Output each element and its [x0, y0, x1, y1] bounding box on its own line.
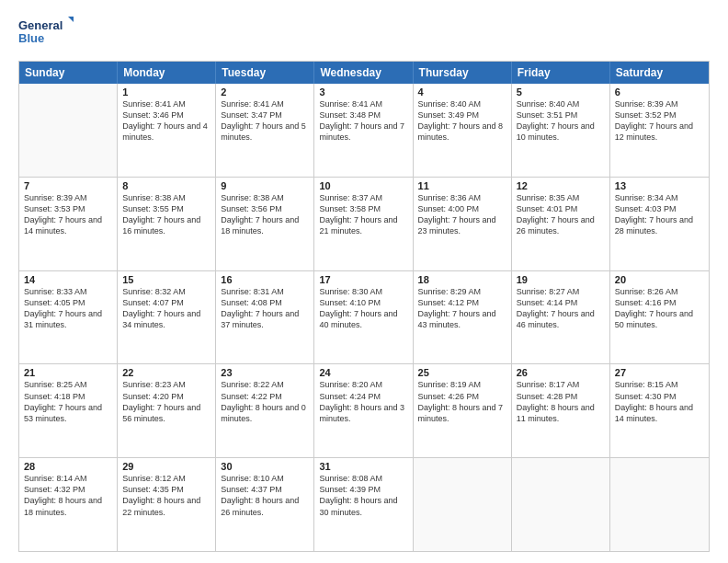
cell-info: Sunrise: 8:30 AMSunset: 4:10 PMDaylight:…: [319, 286, 407, 331]
logo-svg: General Blue: [18, 15, 74, 53]
cell-info: Sunrise: 8:41 AMSunset: 3:47 PMDaylight:…: [221, 98, 309, 144]
day-number: 31: [319, 461, 407, 472]
day-cell-15: 15Sunrise: 8:32 AMSunset: 4:07 PMDayligh…: [118, 271, 216, 364]
empty-cell-4-6: [610, 458, 709, 551]
calendar-header: SundayMondayTuesdayWednesdayThursdayFrid…: [19, 62, 709, 84]
cell-info: Sunrise: 8:25 AMSunset: 4:18 PMDaylight:…: [24, 379, 112, 424]
day-cell-11: 11Sunrise: 8:36 AMSunset: 4:00 PMDayligh…: [414, 178, 512, 270]
cell-info: Sunrise: 8:12 AMSunset: 4:35 PMDaylight:…: [122, 473, 210, 518]
cell-info: Sunrise: 8:17 AMSunset: 4:28 PMDaylight:…: [517, 379, 605, 424]
day-number: 30: [221, 461, 309, 472]
day-cell-4: 4Sunrise: 8:40 AMSunset: 3:49 PMDaylight…: [414, 84, 512, 177]
empty-cell-4-4: [414, 458, 512, 551]
day-number: 20: [615, 274, 704, 285]
day-cell-6: 6Sunrise: 8:39 AMSunset: 3:52 PMDaylight…: [610, 84, 709, 177]
day-cell-12: 12Sunrise: 8:35 AMSunset: 4:01 PMDayligh…: [512, 178, 610, 270]
cell-info: Sunrise: 8:39 AMSunset: 3:53 PMDaylight:…: [24, 192, 112, 237]
day-cell-16: 16Sunrise: 8:31 AMSunset: 4:08 PMDayligh…: [216, 271, 314, 364]
calendar-row-3: 21Sunrise: 8:25 AMSunset: 4:18 PMDayligh…: [19, 363, 709, 457]
day-cell-17: 17Sunrise: 8:30 AMSunset: 4:10 PMDayligh…: [314, 271, 413, 364]
cell-info: Sunrise: 8:08 AMSunset: 4:39 PMDaylight:…: [319, 473, 407, 518]
day-cell-8: 8Sunrise: 8:38 AMSunset: 3:55 PMDaylight…: [118, 178, 216, 270]
day-cell-9: 9Sunrise: 8:38 AMSunset: 3:56 PMDaylight…: [216, 178, 314, 270]
day-number: 7: [24, 180, 112, 191]
cell-info: Sunrise: 8:40 AMSunset: 3:51 PMDaylight:…: [517, 98, 605, 144]
header-day-wednesday: Wednesday: [314, 62, 413, 84]
day-cell-23: 23Sunrise: 8:22 AMSunset: 4:22 PMDayligh…: [216, 364, 314, 457]
cell-info: Sunrise: 8:41 AMSunset: 3:46 PMDaylight:…: [122, 98, 210, 144]
svg-marker-1: [68, 17, 74, 24]
cell-info: Sunrise: 8:41 AMSunset: 3:48 PMDaylight:…: [319, 98, 407, 144]
day-number: 12: [517, 180, 605, 191]
cell-info: Sunrise: 8:38 AMSunset: 3:56 PMDaylight:…: [221, 192, 309, 237]
cell-info: Sunrise: 8:23 AMSunset: 4:20 PMDaylight:…: [122, 379, 210, 424]
day-number: 10: [319, 180, 407, 191]
day-number: 24: [319, 367, 407, 378]
day-cell-5: 5Sunrise: 8:40 AMSunset: 3:51 PMDaylight…: [512, 84, 610, 177]
cell-info: Sunrise: 8:15 AMSunset: 4:30 PMDaylight:…: [615, 379, 704, 424]
day-cell-25: 25Sunrise: 8:19 AMSunset: 4:26 PMDayligh…: [414, 364, 512, 457]
day-number: 11: [418, 180, 506, 191]
day-cell-1: 1Sunrise: 8:41 AMSunset: 3:46 PMDaylight…: [118, 84, 216, 177]
day-number: 8: [122, 180, 210, 191]
day-cell-13: 13Sunrise: 8:34 AMSunset: 4:03 PMDayligh…: [610, 178, 709, 270]
cell-info: Sunrise: 8:27 AMSunset: 4:14 PMDaylight:…: [517, 286, 605, 331]
day-number: 4: [418, 86, 506, 98]
day-number: 2: [221, 86, 309, 98]
cell-info: Sunrise: 8:39 AMSunset: 3:52 PMDaylight:…: [615, 98, 704, 144]
day-number: 6: [615, 86, 704, 98]
cell-info: Sunrise: 8:20 AMSunset: 4:24 PMDaylight:…: [319, 379, 407, 424]
header-day-monday: Monday: [118, 62, 216, 84]
calendar-row-2: 14Sunrise: 8:33 AMSunset: 4:05 PMDayligh…: [19, 270, 709, 364]
day-cell-10: 10Sunrise: 8:37 AMSunset: 3:58 PMDayligh…: [314, 178, 413, 270]
day-number: 1: [122, 86, 210, 98]
empty-cell-4-5: [512, 458, 610, 551]
day-number: 18: [418, 274, 506, 285]
day-cell-14: 14Sunrise: 8:33 AMSunset: 4:05 PMDayligh…: [19, 271, 118, 364]
day-cell-28: 28Sunrise: 8:14 AMSunset: 4:32 PMDayligh…: [19, 458, 118, 551]
day-cell-3: 3Sunrise: 8:41 AMSunset: 3:48 PMDaylight…: [314, 84, 413, 177]
cell-info: Sunrise: 8:35 AMSunset: 4:01 PMDaylight:…: [517, 192, 605, 237]
day-cell-19: 19Sunrise: 8:27 AMSunset: 4:14 PMDayligh…: [512, 271, 610, 364]
cell-info: Sunrise: 8:29 AMSunset: 4:12 PMDaylight:…: [418, 286, 506, 331]
day-number: 16: [221, 274, 309, 285]
day-cell-24: 24Sunrise: 8:20 AMSunset: 4:24 PMDayligh…: [314, 364, 413, 457]
header-day-friday: Friday: [512, 62, 610, 84]
calendar-row-4: 28Sunrise: 8:14 AMSunset: 4:32 PMDayligh…: [19, 457, 709, 551]
header-day-saturday: Saturday: [610, 62, 709, 84]
day-number: 5: [517, 86, 605, 98]
calendar-row-1: 7Sunrise: 8:39 AMSunset: 3:53 PMDaylight…: [19, 177, 709, 270]
svg-text:Blue: Blue: [18, 31, 44, 45]
day-cell-22: 22Sunrise: 8:23 AMSunset: 4:20 PMDayligh…: [118, 364, 216, 457]
calendar: SundayMondayTuesdayWednesdayThursdayFrid…: [18, 61, 710, 552]
day-cell-30: 30Sunrise: 8:10 AMSunset: 4:37 PMDayligh…: [216, 458, 314, 551]
day-number: 15: [122, 274, 210, 285]
cell-info: Sunrise: 8:34 AMSunset: 4:03 PMDaylight:…: [615, 192, 704, 237]
day-number: 27: [615, 367, 704, 378]
day-cell-20: 20Sunrise: 8:26 AMSunset: 4:16 PMDayligh…: [610, 271, 709, 364]
day-cell-31: 31Sunrise: 8:08 AMSunset: 4:39 PMDayligh…: [314, 458, 413, 551]
cell-info: Sunrise: 8:37 AMSunset: 3:58 PMDaylight:…: [319, 192, 407, 237]
day-number: 26: [517, 367, 605, 378]
cell-info: Sunrise: 8:38 AMSunset: 3:55 PMDaylight:…: [122, 192, 210, 237]
day-cell-18: 18Sunrise: 8:29 AMSunset: 4:12 PMDayligh…: [414, 271, 512, 364]
day-number: 14: [24, 274, 112, 285]
day-cell-29: 29Sunrise: 8:12 AMSunset: 4:35 PMDayligh…: [118, 458, 216, 551]
cell-info: Sunrise: 8:32 AMSunset: 4:07 PMDaylight:…: [122, 286, 210, 331]
day-number: 28: [24, 461, 112, 472]
day-cell-7: 7Sunrise: 8:39 AMSunset: 3:53 PMDaylight…: [19, 178, 118, 270]
cell-info: Sunrise: 8:33 AMSunset: 4:05 PMDaylight:…: [24, 286, 112, 331]
day-cell-26: 26Sunrise: 8:17 AMSunset: 4:28 PMDayligh…: [512, 364, 610, 457]
day-number: 29: [122, 461, 210, 472]
day-number: 25: [418, 367, 506, 378]
cell-info: Sunrise: 8:31 AMSunset: 4:08 PMDaylight:…: [221, 286, 309, 331]
page-header: General Blue: [18, 15, 710, 53]
cell-info: Sunrise: 8:10 AMSunset: 4:37 PMDaylight:…: [221, 473, 309, 518]
cell-info: Sunrise: 8:26 AMSunset: 4:16 PMDaylight:…: [615, 286, 704, 331]
cell-info: Sunrise: 8:14 AMSunset: 4:32 PMDaylight:…: [24, 473, 112, 518]
header-day-tuesday: Tuesday: [216, 62, 314, 84]
calendar-body: 1Sunrise: 8:41 AMSunset: 3:46 PMDaylight…: [19, 84, 709, 551]
cell-info: Sunrise: 8:22 AMSunset: 4:22 PMDaylight:…: [221, 379, 309, 424]
header-day-thursday: Thursday: [414, 62, 512, 84]
day-cell-27: 27Sunrise: 8:15 AMSunset: 4:30 PMDayligh…: [610, 364, 709, 457]
